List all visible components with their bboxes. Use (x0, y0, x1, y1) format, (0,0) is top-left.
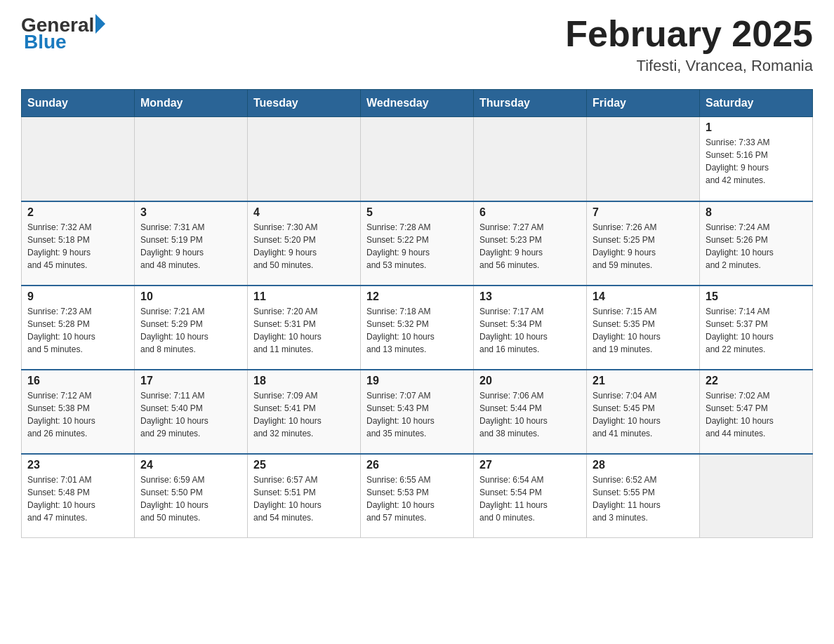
day-info: Sunrise: 7:09 AMSunset: 5:41 PMDaylight:… (253, 389, 355, 440)
day-number: 25 (253, 459, 355, 471)
calendar-cell: 3Sunrise: 7:31 AMSunset: 5:19 PMDaylight… (135, 201, 248, 286)
day-number: 28 (593, 459, 694, 471)
day-number: 4 (253, 206, 355, 219)
calendar-cell: 28Sunrise: 6:52 AMSunset: 5:55 PMDayligh… (587, 454, 700, 538)
day-info: Sunrise: 7:18 AMSunset: 5:32 PMDaylight:… (366, 305, 468, 356)
calendar-cell: 15Sunrise: 7:14 AMSunset: 5:37 PMDayligh… (700, 286, 813, 370)
day-info: Sunrise: 7:32 AMSunset: 5:18 PMDaylight:… (27, 221, 128, 271)
day-info: Sunrise: 6:55 AMSunset: 5:53 PMDaylight:… (366, 474, 468, 524)
day-number: 8 (706, 206, 807, 219)
day-number: 2 (27, 206, 128, 219)
calendar-header-row: SundayMondayTuesdayWednesdayThursdayFrid… (22, 90, 813, 117)
day-info: Sunrise: 6:54 AMSunset: 5:54 PMDaylight:… (479, 474, 581, 524)
calendar-week-row: 2Sunrise: 7:32 AMSunset: 5:18 PMDaylight… (22, 201, 813, 286)
day-number: 15 (706, 290, 807, 303)
day-info: Sunrise: 7:21 AMSunset: 5:29 PMDaylight:… (140, 305, 241, 356)
day-info: Sunrise: 6:52 AMSunset: 5:55 PMDaylight:… (593, 474, 694, 524)
day-number: 11 (253, 290, 355, 303)
calendar-cell (700, 454, 813, 538)
day-info: Sunrise: 7:14 AMSunset: 5:37 PMDaylight:… (706, 305, 807, 356)
day-number: 20 (479, 375, 581, 387)
day-of-week-header: Saturday (700, 90, 813, 117)
day-number: 13 (479, 290, 581, 303)
day-number: 22 (706, 375, 807, 387)
day-number: 5 (366, 206, 468, 219)
calendar-cell (248, 117, 361, 201)
day-number: 19 (366, 375, 468, 387)
day-info: Sunrise: 7:31 AMSunset: 5:19 PMDaylight:… (140, 221, 241, 271)
calendar-cell: 24Sunrise: 6:59 AMSunset: 5:50 PMDayligh… (135, 454, 248, 538)
day-info: Sunrise: 7:30 AMSunset: 5:20 PMDaylight:… (253, 221, 355, 271)
calendar-cell: 14Sunrise: 7:15 AMSunset: 5:35 PMDayligh… (587, 286, 700, 370)
month-year-title: February 2025 (565, 14, 813, 54)
calendar-cell: 23Sunrise: 7:01 AMSunset: 5:48 PMDayligh… (22, 454, 135, 538)
calendar-cell: 11Sunrise: 7:20 AMSunset: 5:31 PMDayligh… (248, 286, 361, 370)
calendar-cell: 12Sunrise: 7:18 AMSunset: 5:32 PMDayligh… (361, 286, 474, 370)
day-of-week-header: Friday (587, 90, 700, 117)
calendar-cell: 16Sunrise: 7:12 AMSunset: 5:38 PMDayligh… (22, 370, 135, 454)
location-subtitle: Tifesti, Vrancea, Romania (565, 57, 813, 75)
day-info: Sunrise: 6:57 AMSunset: 5:51 PMDaylight:… (253, 474, 355, 524)
calendar-cell (22, 117, 135, 201)
logo: General Blue (21, 14, 105, 53)
page-header: General Blue February 2025 Tifesti, Vran… (21, 14, 813, 75)
calendar-cell: 27Sunrise: 6:54 AMSunset: 5:54 PMDayligh… (474, 454, 587, 538)
day-number: 1 (706, 121, 807, 134)
day-info: Sunrise: 7:23 AMSunset: 5:28 PMDaylight:… (27, 305, 128, 356)
calendar-week-row: 16Sunrise: 7:12 AMSunset: 5:38 PMDayligh… (22, 370, 813, 454)
day-info: Sunrise: 7:17 AMSunset: 5:34 PMDaylight:… (479, 305, 581, 356)
day-number: 14 (593, 290, 694, 303)
day-of-week-header: Monday (135, 90, 248, 117)
day-info: Sunrise: 7:20 AMSunset: 5:31 PMDaylight:… (253, 305, 355, 356)
day-number: 10 (140, 290, 241, 303)
calendar-cell: 20Sunrise: 7:06 AMSunset: 5:44 PMDayligh… (474, 370, 587, 454)
logo-blue-text: Blue (24, 31, 67, 53)
day-info: Sunrise: 7:24 AMSunset: 5:26 PMDaylight:… (706, 221, 807, 271)
day-info: Sunrise: 7:12 AMSunset: 5:38 PMDaylight:… (27, 389, 128, 440)
calendar-cell: 4Sunrise: 7:30 AMSunset: 5:20 PMDaylight… (248, 201, 361, 286)
day-info: Sunrise: 7:06 AMSunset: 5:44 PMDaylight:… (479, 389, 581, 440)
day-of-week-header: Thursday (474, 90, 587, 117)
title-section: February 2025 Tifesti, Vrancea, Romania (565, 14, 813, 75)
calendar-cell: 13Sunrise: 7:17 AMSunset: 5:34 PMDayligh… (474, 286, 587, 370)
day-number: 16 (27, 375, 128, 387)
calendar-cell: 7Sunrise: 7:26 AMSunset: 5:25 PMDaylight… (587, 201, 700, 286)
day-info: Sunrise: 7:28 AMSunset: 5:22 PMDaylight:… (366, 221, 468, 271)
calendar-cell: 2Sunrise: 7:32 AMSunset: 5:18 PMDaylight… (22, 201, 135, 286)
calendar-cell: 9Sunrise: 7:23 AMSunset: 5:28 PMDaylight… (22, 286, 135, 370)
day-number: 17 (140, 375, 241, 387)
calendar-week-row: 9Sunrise: 7:23 AMSunset: 5:28 PMDaylight… (22, 286, 813, 370)
calendar-cell: 18Sunrise: 7:09 AMSunset: 5:41 PMDayligh… (248, 370, 361, 454)
day-number: 21 (593, 375, 694, 387)
day-number: 23 (27, 459, 128, 471)
calendar-cell: 17Sunrise: 7:11 AMSunset: 5:40 PMDayligh… (135, 370, 248, 454)
calendar-cell (361, 117, 474, 201)
day-number: 24 (140, 459, 241, 471)
calendar-table: SundayMondayTuesdayWednesdayThursdayFrid… (21, 89, 813, 538)
day-of-week-header: Wednesday (361, 90, 474, 117)
calendar-cell: 19Sunrise: 7:07 AMSunset: 5:43 PMDayligh… (361, 370, 474, 454)
calendar-cell: 21Sunrise: 7:04 AMSunset: 5:45 PMDayligh… (587, 370, 700, 454)
calendar-cell (587, 117, 700, 201)
logo-arrow-icon (95, 14, 105, 34)
day-info: Sunrise: 7:01 AMSunset: 5:48 PMDaylight:… (27, 474, 128, 524)
day-number: 12 (366, 290, 468, 303)
calendar-cell: 5Sunrise: 7:28 AMSunset: 5:22 PMDaylight… (361, 201, 474, 286)
calendar-week-row: 1Sunrise: 7:33 AMSunset: 5:16 PMDaylight… (22, 117, 813, 201)
calendar-cell: 6Sunrise: 7:27 AMSunset: 5:23 PMDaylight… (474, 201, 587, 286)
day-number: 26 (366, 459, 468, 471)
calendar-cell: 25Sunrise: 6:57 AMSunset: 5:51 PMDayligh… (248, 454, 361, 538)
day-number: 7 (593, 206, 694, 219)
day-number: 6 (479, 206, 581, 219)
calendar-cell (135, 117, 248, 201)
day-info: Sunrise: 7:27 AMSunset: 5:23 PMDaylight:… (479, 221, 581, 271)
day-info: Sunrise: 7:07 AMSunset: 5:43 PMDaylight:… (366, 389, 468, 440)
calendar-cell: 8Sunrise: 7:24 AMSunset: 5:26 PMDaylight… (700, 201, 813, 286)
calendar-cell: 10Sunrise: 7:21 AMSunset: 5:29 PMDayligh… (135, 286, 248, 370)
calendar-cell: 1Sunrise: 7:33 AMSunset: 5:16 PMDaylight… (700, 117, 813, 201)
day-number: 18 (253, 375, 355, 387)
calendar-cell: 22Sunrise: 7:02 AMSunset: 5:47 PMDayligh… (700, 370, 813, 454)
day-info: Sunrise: 7:02 AMSunset: 5:47 PMDaylight:… (706, 389, 807, 440)
day-info: Sunrise: 7:33 AMSunset: 5:16 PMDaylight:… (706, 136, 807, 187)
day-number: 27 (479, 459, 581, 471)
